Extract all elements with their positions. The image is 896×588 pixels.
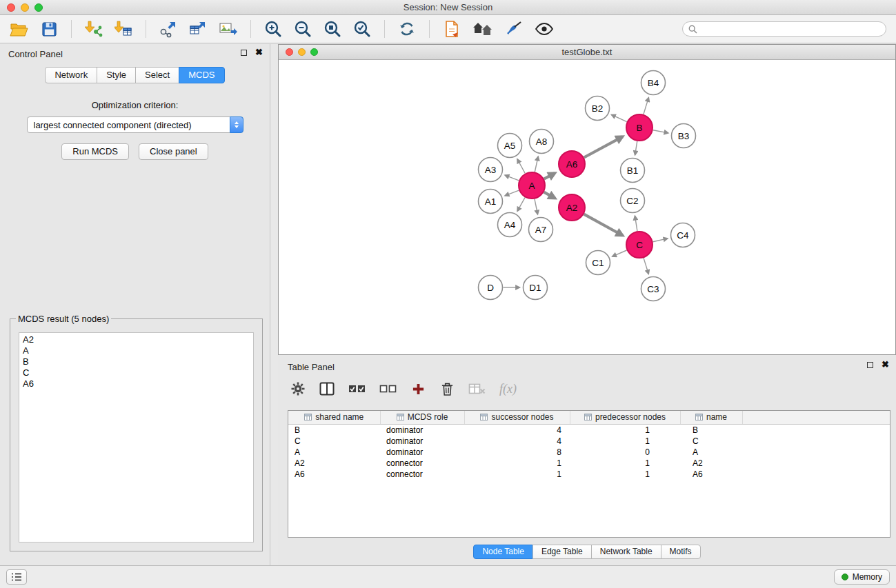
table-cell[interactable]: 1 — [570, 436, 680, 447]
graph-node-C1[interactable]: C1 — [586, 251, 610, 275]
float-panel-icon[interactable] — [241, 50, 247, 56]
select-all-button[interactable] — [348, 380, 366, 398]
refresh-layout-button[interactable] — [398, 19, 416, 39]
column-header-predecessor-nodes[interactable]: predecessor nodes — [570, 411, 680, 424]
close-window-button[interactable] — [7, 3, 15, 12]
zoom-reset-button[interactable] — [323, 19, 341, 39]
graph-edge-C-C1[interactable] — [613, 250, 627, 256]
graph-node-B3[interactable]: B3 — [672, 124, 696, 148]
column-header-mcds-role[interactable]: MCDS role — [380, 411, 464, 424]
graph-node-B1[interactable]: B1 — [621, 159, 645, 183]
tab-edge-table[interactable]: Edge Table — [532, 545, 592, 559]
zoom-out-button[interactable] — [294, 19, 312, 39]
table-cell[interactable]: B — [680, 424, 742, 436]
graph-node-A6[interactable]: A6 — [559, 151, 585, 177]
column-header-name[interactable]: name — [680, 411, 742, 424]
tab-node-table[interactable]: Node Table — [473, 545, 533, 559]
mcds-result-item[interactable]: A2 — [23, 334, 250, 345]
search-input[interactable] — [701, 24, 880, 34]
minimize-window-button[interactable] — [21, 3, 29, 12]
float-table-panel-icon[interactable] — [867, 362, 873, 368]
table-row[interactable]: Bdominator41B — [288, 424, 890, 436]
graph-node-C[interactable]: C — [626, 232, 653, 258]
optimization-criterion-select[interactable]: largest connected component (directed) — [27, 116, 243, 133]
graph-edge-C-C3[interactable] — [644, 258, 648, 274]
column-header-successor-nodes[interactable]: successor nodes — [464, 411, 570, 424]
tab-select[interactable]: Select — [135, 67, 179, 83]
table-row[interactable]: A2connector11A2 — [288, 458, 890, 469]
close-panel-button[interactable]: Close panel — [139, 143, 208, 160]
graph-edge-A-A3[interactable] — [505, 175, 519, 181]
graph-edge-C-C2[interactable] — [635, 216, 637, 231]
table-cell[interactable]: A6 — [288, 469, 380, 480]
table-row[interactable]: A6connector11A6 — [288, 469, 890, 480]
table-cell[interactable]: A — [288, 447, 380, 458]
graph-edge-C-C4[interactable] — [653, 239, 668, 242]
import-table-button[interactable] — [115, 19, 132, 39]
table-row[interactable]: Adominator80A — [288, 447, 890, 458]
graph-edge-B-B4[interactable] — [644, 98, 649, 114]
graph-edge-A-A2[interactable] — [544, 192, 555, 199]
tab-style[interactable]: Style — [97, 67, 136, 83]
memory-button[interactable]: Memory — [834, 569, 890, 585]
table-cell[interactable]: 1 — [464, 469, 570, 480]
table-cell[interactable]: connector — [380, 458, 464, 469]
zoom-fit-selected-button[interactable] — [353, 19, 371, 39]
style-annotate-button[interactable] — [505, 19, 523, 39]
table-mode-button[interactable] — [290, 380, 306, 398]
graph-edge-A-A4[interactable] — [517, 197, 525, 211]
deselect-all-button[interactable] — [379, 380, 397, 398]
zoom-in-button[interactable] — [264, 19, 282, 39]
graph-node-D[interactable]: D — [479, 276, 503, 300]
graph-edge-A-A8[interactable] — [535, 156, 538, 172]
export-image-button[interactable] — [219, 19, 237, 39]
close-table-panel-icon[interactable]: ✖ — [882, 361, 889, 368]
tab-motifs[interactable]: Motifs — [661, 545, 701, 559]
save-session-button[interactable] — [40, 19, 58, 39]
network-canvas[interactable]: AA6A2BCA1A3A4A5A7A8B1B2B3B4C1C2C3C4DD1 — [279, 60, 895, 354]
table-cell[interactable]: A — [680, 447, 742, 458]
table-cell[interactable]: dominator — [380, 424, 464, 436]
home-neighbors-button[interactable] — [472, 19, 493, 39]
export-table-button[interactable] — [189, 19, 207, 39]
network-graph[interactable]: AA6A2BCA1A3A4A5A7A8B1B2B3B4C1C2C3C4DD1 — [279, 60, 895, 354]
graph-node-A3[interactable]: A3 — [479, 158, 503, 182]
table-cell[interactable]: dominator — [380, 447, 464, 458]
graph-edge-B-B2[interactable] — [611, 114, 626, 121]
graph-node-B[interactable]: B — [626, 114, 653, 141]
graph-node-A1[interactable]: A1 — [479, 190, 503, 214]
graph-edge-A-A7[interactable] — [535, 199, 538, 214]
show-hide-button[interactable] — [535, 19, 554, 39]
table-cell[interactable]: 0 — [570, 447, 680, 458]
graph-node-C4[interactable]: C4 — [671, 223, 695, 247]
table-cell[interactable]: A2 — [288, 458, 380, 469]
mcds-result-item[interactable]: C — [23, 367, 250, 378]
table-cell[interactable]: A6 — [680, 469, 742, 480]
table-cell[interactable]: C — [680, 436, 742, 447]
graph-edge-B-B1[interactable] — [635, 141, 637, 155]
graph-node-B4[interactable]: B4 — [641, 71, 666, 95]
delete-table-button[interactable] — [468, 380, 486, 398]
search-field[interactable] — [682, 21, 886, 37]
graph-edge-A-A6[interactable] — [544, 173, 555, 179]
graph-edge-A-A5[interactable] — [517, 159, 525, 174]
minimize-network-window-button[interactable] — [298, 48, 306, 56]
tab-network[interactable]: Network — [45, 67, 97, 83]
table-cell[interactable]: 1 — [570, 424, 680, 436]
graph-edge-A6-B[interactable] — [584, 136, 623, 157]
table-cell[interactable]: B — [288, 424, 380, 436]
mcds-result-item[interactable]: A — [23, 345, 250, 356]
graph-node-C3[interactable]: C3 — [641, 277, 666, 301]
import-network-button[interactable] — [85, 19, 103, 39]
graph-node-A2[interactable]: A2 — [559, 194, 585, 221]
open-session-button[interactable] — [10, 19, 28, 39]
graph-node-A7[interactable]: A7 — [529, 218, 553, 242]
maximize-network-window-button[interactable] — [310, 48, 318, 56]
new-network-from-selection-button[interactable] — [159, 19, 177, 39]
show-columns-button[interactable] — [319, 380, 335, 398]
task-history-button[interactable] — [6, 569, 27, 585]
close-panel-icon[interactable]: ✖ — [255, 49, 263, 56]
table-cell[interactable]: 1 — [464, 458, 570, 469]
graph-edge-A-A1[interactable] — [505, 190, 519, 196]
table-cell[interactable]: A2 — [680, 458, 742, 469]
